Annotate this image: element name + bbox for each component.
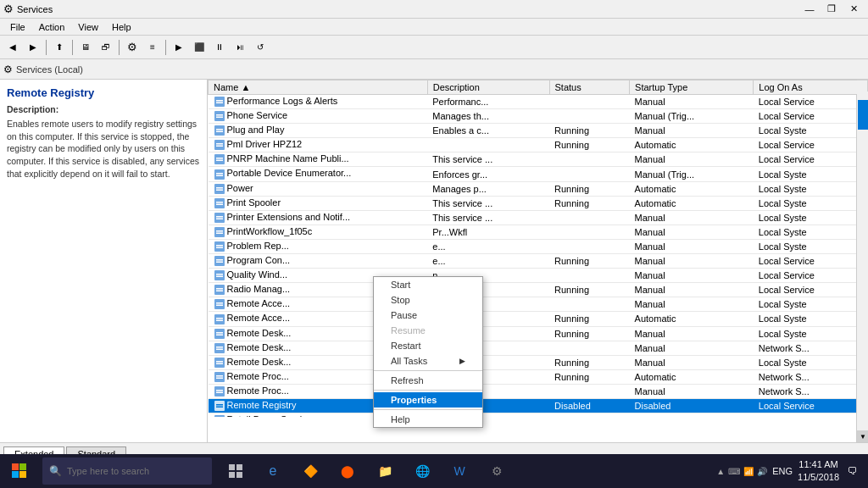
table-row[interactable]: Pml Driver HPZ12RunningAutomaticLocal Se… (209, 138, 868, 152)
minimize-button[interactable]: — (798, 0, 821, 19)
context-menu-item[interactable]: Stop (374, 292, 482, 308)
svg-rect-49 (216, 332, 223, 334)
table-row[interactable]: Plug and PlayEnables a c...RunningManual… (209, 124, 868, 138)
context-menu-item[interactable]: Restart (374, 338, 482, 353)
service-startup-cell: Manual (630, 341, 754, 355)
table-row[interactable]: Phone ServiceManages th...Manual (Trig..… (209, 109, 868, 124)
settings-button[interactable]: ⬤ (331, 454, 364, 488)
svg-rect-1 (216, 100, 223, 102)
col-startup[interactable]: Startup Type (630, 80, 754, 95)
table-row[interactable]: Remote Acce...:o...ManualLocal Syste (209, 297, 868, 312)
svg-rect-28 (216, 230, 223, 232)
table-row[interactable]: Portable Device Enumerator...Enforces gr… (209, 167, 868, 181)
table-row[interactable]: Performance Logs & AlertsPerformanc...Ma… (209, 95, 868, 109)
table-row[interactable]: Problem Rep...e...ManualLocal Syste (209, 239, 868, 253)
vlc-button[interactable]: 🔶 (293, 454, 327, 488)
service-logon-cell: Local Syste (754, 124, 868, 138)
svg-rect-23 (216, 203, 223, 205)
edge-button[interactable]: e (256, 454, 290, 488)
menu-action[interactable]: Action (32, 20, 72, 34)
svg-rect-5 (216, 117, 223, 119)
configure-button[interactable]: ⚙ (123, 38, 142, 57)
table-row[interactable]: Program Con...e...RunningManualLocal Ser… (209, 254, 868, 269)
notification-button[interactable]: 🗨 (844, 465, 861, 477)
resume-service[interactable]: ⏯ (231, 38, 249, 57)
chrome-button[interactable]: 🌐 (405, 454, 439, 488)
taskbar: 🔍 e 🔶 ⬤ 📁 🌐 W ⚙ ▲ ⌨ 📶 🔊 ENG 11:41 AM (0, 454, 868, 488)
svg-rect-32 (216, 247, 223, 249)
context-menu-item[interactable]: Resume (374, 323, 482, 338)
table-row[interactable]: Remote Acce...di...RunningAutomaticLocal… (209, 312, 868, 326)
up-button[interactable]: ⬆ (50, 38, 69, 57)
folder-button[interactable]: 📁 (368, 454, 402, 488)
col-logon[interactable]: Log On As (754, 80, 868, 95)
menu-help[interactable]: Help (105, 20, 138, 34)
context-menu-item[interactable]: All Tasks (374, 353, 482, 369)
table-row[interactable]: Remote Proc...ManualNetwork S... (209, 384, 868, 398)
services-taskbar-button[interactable]: ⚙ (480, 454, 514, 488)
table-row[interactable]: Retail Demo ServiceThe Retail D...Manual… (209, 413, 868, 417)
show-hide-console[interactable]: 🖥 (76, 38, 95, 57)
search-input[interactable] (67, 466, 186, 476)
restore-button[interactable]: ❐ (821, 0, 843, 19)
start-button[interactable] (0, 454, 39, 488)
table-row[interactable]: PowerManages p...RunningAutomaticLocal S… (209, 181, 868, 196)
pause-service[interactable]: ⏸ (210, 38, 229, 57)
new-window[interactable]: 🗗 (97, 38, 115, 57)
context-menu-item[interactable]: Refresh (374, 373, 482, 388)
table-row[interactable]: Print SpoolerThis service ...RunningAuto… (209, 196, 868, 210)
service-logon-cell: Network S... (754, 384, 868, 398)
list-button[interactable]: ≡ (143, 38, 162, 57)
services-table-container[interactable]: Name ▲ Description Status Startup Type L… (208, 80, 868, 417)
word-button[interactable]: W (442, 454, 476, 488)
start-service[interactable]: ▶ (170, 38, 188, 57)
scrollbar[interactable]: ▲ ▼ (856, 80, 868, 442)
svg-rect-14 (216, 160, 223, 162)
forward-button[interactable]: ▶ (24, 38, 42, 57)
col-description[interactable]: Description (427, 80, 549, 95)
address-bar: ⚙ Services (Local) (0, 59, 868, 80)
table-row[interactable]: Remote Desk...r...ManualNetwork S... (209, 341, 868, 355)
stop-service[interactable]: ⬛ (190, 38, 209, 57)
context-menu-item[interactable]: Help (374, 412, 482, 427)
service-startup-cell: Automatic (630, 181, 754, 196)
taskbar-clock: 11:41 AM 11/5/2018 (798, 458, 839, 485)
table-row[interactable]: Remote Proc...S...RunningAutomaticNetwor… (209, 369, 868, 384)
col-status[interactable]: Status (549, 80, 630, 95)
context-menu-item[interactable]: Properties (374, 392, 482, 408)
service-logon-cell: Network S... (754, 341, 868, 355)
service-startup-cell: Manual (630, 413, 754, 417)
service-desc-cell: Pr...Wkfl (427, 225, 549, 239)
svg-rect-91 (229, 464, 235, 470)
service-startup-cell: Manual (630, 297, 754, 312)
service-status-cell: Disabled (549, 398, 630, 413)
table-row[interactable]: Remote RegistryShuts/Am...DisabledDisabl… (209, 398, 868, 413)
table-row[interactable]: Remote Desk...es...RunningManualLocal Sy… (209, 326, 868, 341)
table-row[interactable]: PrintWorkflow_1f05cPr...WkflManualLocal … (209, 225, 868, 239)
tray-arrow[interactable]: ▲ (716, 467, 725, 476)
restart-service[interactable]: ↺ (251, 38, 270, 57)
task-view-button[interactable] (219, 454, 253, 488)
svg-rect-2 (216, 103, 223, 104)
table-row[interactable]: Quality Wind...n...ManualLocal Service (209, 269, 868, 283)
table-row[interactable]: Printer Extensions and Notif...This serv… (209, 210, 868, 225)
back-button[interactable]: ◀ (3, 38, 22, 57)
service-name-cell: Power (209, 181, 428, 196)
table-row[interactable]: Remote Desk...r...RunningManualLocal Sys… (209, 355, 868, 369)
table-row[interactable]: PNRP Machine Name Publi...This service .… (209, 152, 868, 167)
menu-view[interactable]: View (71, 20, 105, 34)
context-menu-item[interactable]: Start (374, 277, 482, 292)
address-bar-label: Services (Local) (16, 64, 83, 75)
toolbar: ◀ ▶ ⬆ 🖥 🗗 ⚙ ≡ ▶ ⬛ ⏸ ⏯ ↺ (0, 36, 868, 59)
service-startup-cell: Automatic (630, 196, 754, 210)
service-name-cell: Pml Driver HPZ12 (209, 138, 428, 152)
svg-rect-10 (216, 143, 223, 145)
service-startup-cell: Automatic (630, 312, 754, 326)
service-logon-cell: Local Service (754, 95, 868, 109)
context-menu-item[interactable]: Pause (374, 308, 482, 323)
close-button[interactable]: ✕ (843, 0, 865, 19)
menu-file[interactable]: File (3, 20, 32, 34)
taskbar-search-box[interactable]: 🔍 (42, 458, 212, 485)
col-name[interactable]: Name ▲ (209, 80, 428, 95)
table-row[interactable]: Radio Manag...ha...RunningManualLocal Se… (209, 283, 868, 297)
